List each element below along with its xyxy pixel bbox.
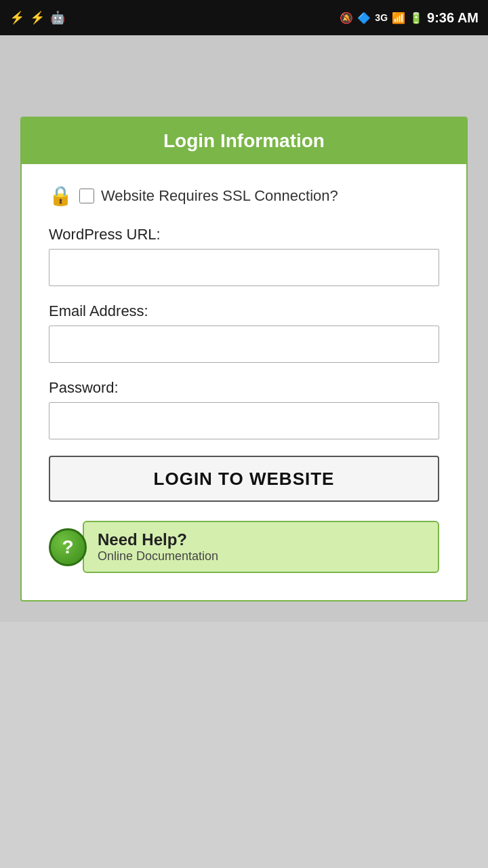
login-card: Login Information 🔒 Website Requires SSL… bbox=[20, 117, 468, 601]
email-group: Email Address: bbox=[49, 302, 439, 363]
bluetooth-icon: 🔷 bbox=[357, 12, 371, 24]
ssl-row: 🔒 Website Requires SSL Connection? bbox=[49, 184, 439, 207]
login-button[interactable]: LOGIN TO WEBSITE bbox=[49, 456, 439, 502]
help-text-box[interactable]: Need Help? Online Documentation bbox=[83, 521, 439, 573]
password-group: Password: bbox=[49, 379, 439, 439]
help-icon: ? bbox=[49, 528, 87, 566]
email-input[interactable] bbox=[49, 326, 439, 363]
help-title: Need Help? bbox=[98, 530, 422, 549]
usb-icon: ⚡ bbox=[9, 10, 24, 25]
card-body: 🔒 Website Requires SSL Connection? WordP… bbox=[22, 164, 466, 600]
wordpress-url-group: WordPress URL: bbox=[49, 226, 439, 286]
wordpress-url-label: WordPress URL: bbox=[49, 226, 439, 243]
ssl-label: Website Requires SSL Connection? bbox=[101, 187, 338, 205]
battery-icon: 🔋 bbox=[409, 12, 423, 24]
question-mark: ? bbox=[62, 536, 73, 558]
status-bar: ⚡ ⚡ 🤖 🔕 🔷 3G 📶 🔋 9:36 AM bbox=[0, 0, 488, 35]
status-left-icons: ⚡ ⚡ 🤖 bbox=[9, 10, 65, 25]
card-header: Login Information bbox=[22, 118, 466, 164]
help-subtitle: Online Documentation bbox=[98, 549, 422, 564]
email-label: Email Address: bbox=[49, 302, 439, 320]
ssl-checkbox[interactable] bbox=[79, 189, 94, 203]
android-icon: 🤖 bbox=[50, 10, 65, 25]
status-right-icons: 🔕 🔷 3G 📶 🔋 9:36 AM bbox=[340, 10, 479, 26]
lock-icon: 🔒 bbox=[49, 184, 73, 207]
status-time: 9:36 AM bbox=[427, 10, 479, 26]
main-content: Login Information 🔒 Website Requires SSL… bbox=[0, 35, 488, 622]
mute-icon: 🔕 bbox=[340, 12, 353, 24]
wordpress-url-input[interactable] bbox=[49, 249, 439, 286]
card-header-title: Login Information bbox=[163, 130, 325, 151]
usb-icon-2: ⚡ bbox=[30, 10, 45, 25]
password-input[interactable] bbox=[49, 402, 439, 439]
signal-icon: 📶 bbox=[392, 12, 405, 24]
help-section[interactable]: ? Need Help? Online Documentation bbox=[49, 521, 439, 573]
3g-icon: 3G bbox=[375, 12, 388, 23]
password-label: Password: bbox=[49, 379, 439, 397]
